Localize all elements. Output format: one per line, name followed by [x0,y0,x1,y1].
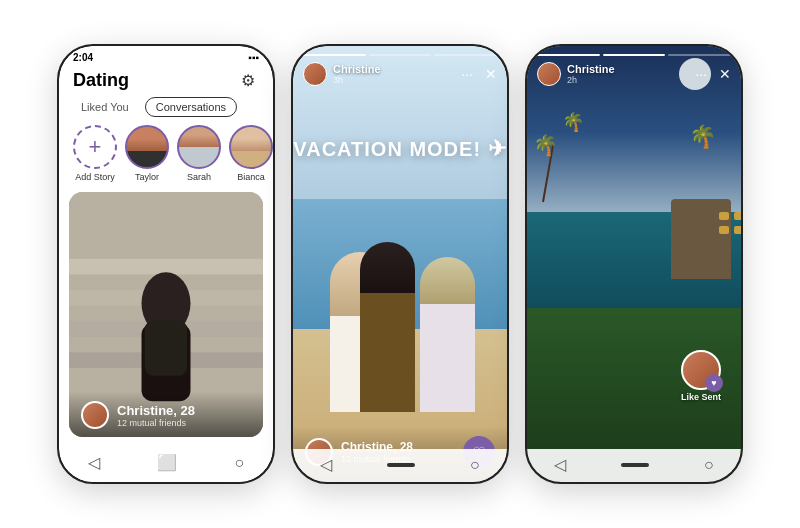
story-time-right: 2h [567,75,615,85]
story-user-details: Christine 3h [333,63,381,85]
profile-mini-avatar [81,401,109,429]
story-right: 🌴 🌴 🌴 [527,46,741,482]
story-taylor[interactable]: Taylor [125,125,169,182]
nav-home-icon[interactable]: ⬜ [157,453,177,472]
profile-card[interactable]: Christine, 28 12 mutual friends [69,192,263,437]
progress-bar-r3 [668,54,731,56]
resort-background: 🌴 🌴 🌴 [527,46,741,482]
dating-app-screen: 2:04 ▪▪▪ Dating ⚙ Liked You Conversation… [59,46,273,482]
story-user-row-right: Christine 2h ··· ✕ [537,62,731,86]
dating-header: Dating ⚙ [59,65,273,97]
phone-left: 2:04 ▪▪▪ Dating ⚙ Liked You Conversation… [57,44,275,484]
progress-fill-r2 [603,54,666,56]
story-center-screen: Christine 3h ··· ✕ VACATION MODE! ✈ [293,46,507,482]
profile-info-overlay: Christine, 28 12 mutual friends [69,391,263,437]
story-right-screen: 🌴 🌴 🌴 [527,46,741,482]
phone-right: 🌴 🌴 🌴 [525,44,743,484]
story-add-label: Add Story [75,172,115,182]
story-time: 3h [333,75,381,85]
nav-back-right[interactable]: ◁ [554,455,566,474]
beach-people [320,232,480,412]
progress-fill-1 [303,54,366,56]
like-sent-label: Like Sent [681,392,721,402]
story-user-details-right: Christine 2h [567,63,615,85]
like-sent-heart-icon: ♥ [705,374,723,392]
beach-background [293,46,507,482]
story-more-icon-right[interactable]: ··· [695,66,707,82]
svg-rect-7 [145,320,187,376]
nav-back-center[interactable]: ◁ [320,455,332,474]
story-header-right: Christine 2h ··· ✕ [527,46,741,90]
story-avatar-bianca[interactable] [229,125,273,169]
story-label-sarah: Sarah [187,172,211,182]
nav-recent-right[interactable]: ○ [704,456,714,474]
nav-home-right[interactable] [621,463,649,467]
progress-bar-1 [303,54,366,56]
battery-icon: ▪▪▪ [248,52,259,63]
palm-fronds-2: 🌴 [689,124,716,150]
story-label-bianca: Bianca [237,172,265,182]
like-sent-avatar: ♥ [681,350,721,390]
tab-liked-you[interactable]: Liked You [73,98,137,116]
vacation-label: VACATION MODE! [293,138,481,160]
story-user-avatar [303,62,327,86]
status-time: 2:04 [73,52,93,63]
gear-icon[interactable]: ⚙ [237,69,259,91]
building-windows [719,212,729,220]
vacation-text: VACATION MODE! ✈ [293,136,507,162]
nav-bar-right: ◁ ○ [527,449,741,482]
person-center [360,242,415,412]
nav-recent-icon[interactable]: ○ [235,454,245,472]
progress-bar-2 [369,54,432,56]
phone-center: Christine 3h ··· ✕ VACATION MODE! ✈ [291,44,509,484]
building [671,199,731,279]
story-username: Christine [333,63,381,75]
progress-bar-r2 [603,54,666,56]
svg-rect-1 [69,259,263,275]
story-avatar-taylor[interactable] [125,125,169,169]
nav-bar-left: ◁ ⬜ ○ [59,447,273,482]
story-center: Christine 3h ··· ✕ VACATION MODE! ✈ [293,46,507,482]
progress-bars [303,54,497,56]
story-user-avatar-right [537,62,561,86]
story-add[interactable]: + Add Story [73,125,117,182]
person-right [420,257,475,412]
nav-bar-center: ◁ ○ [293,449,507,482]
story-user-row: Christine 3h ··· ✕ [303,62,497,86]
profile-sub: 12 mutual friends [117,418,195,428]
story-close-icon-right[interactable]: ✕ [719,66,731,82]
nav-recent-center[interactable]: ○ [470,456,480,474]
status-icons: ▪▪▪ [248,52,259,63]
story-add-avatar[interactable]: + [73,125,117,169]
progress-fill-r1 [537,54,600,56]
stories-row: + Add Story Taylor Sarah Bianca [59,125,273,192]
story-header-center: Christine 3h ··· ✕ [293,46,507,90]
profile-text: Christine, 28 12 mutual friends [117,403,195,428]
nav-back-icon[interactable]: ◁ [88,453,100,472]
dating-title: Dating [73,70,129,91]
story-more-icon[interactable]: ··· [461,66,473,82]
status-bar-left: 2:04 ▪▪▪ [59,46,273,65]
progress-bar-3 [434,54,497,56]
nav-home-center[interactable] [387,463,415,467]
palm-fronds-3: 🌴 [562,111,584,133]
story-sarah[interactable]: Sarah [177,125,221,182]
profile-name: Christine, 28 [117,403,195,418]
tab-conversations[interactable]: Conversations [145,97,237,117]
like-sent-overlay: ♥ Like Sent [681,350,721,402]
story-username-right: Christine [567,63,615,75]
plane-icon: ✈ [488,136,507,161]
story-close-icon[interactable]: ✕ [485,66,497,82]
progress-bar-r1 [537,54,600,56]
story-avatar-sarah[interactable] [177,125,221,169]
story-label-taylor: Taylor [135,172,159,182]
tabs-row: Liked You Conversations [59,97,273,125]
story-bianca[interactable]: Bianca [229,125,273,182]
palm-fronds-1: 🌴 [533,133,558,157]
add-icon: + [75,127,115,167]
progress-bars-right [537,54,731,56]
